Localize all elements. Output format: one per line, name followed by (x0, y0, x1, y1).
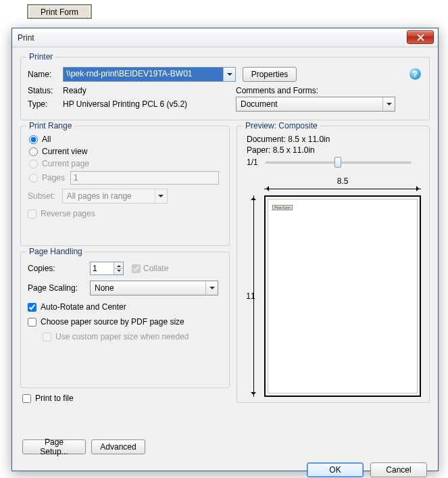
chevron-down-icon (205, 281, 218, 295)
printer-type-label: Type: (28, 99, 47, 109)
printer-status-label: Status: (28, 86, 53, 95)
radio-pages: Pages (29, 171, 222, 185)
comments-forms-select[interactable]: Document (236, 97, 395, 112)
print-form-button[interactable]: Print Form (27, 4, 92, 19)
radio-current-page-input (29, 160, 38, 168)
preview-canvas: 8.5 11 Print Form (244, 176, 421, 397)
print-range-title: Print Range (26, 121, 74, 130)
copies-stepper[interactable] (90, 262, 124, 275)
use-custom-input (43, 333, 51, 341)
subset-select: All pages in range (62, 189, 168, 204)
collate-label: Collate (143, 264, 168, 273)
radio-all-label: All (42, 135, 51, 144)
printer-properties-button[interactable]: Properties (243, 67, 297, 82)
printer-name-label: Name: (28, 70, 51, 79)
page-setup-button[interactable]: Page Setup... (22, 439, 86, 454)
radio-current-page-label: Current page (42, 159, 89, 168)
preview-title: Preview: Composite (243, 121, 320, 130)
printer-group-title: Printer (26, 52, 55, 62)
page-handling-title: Page Handling (26, 247, 85, 256)
preview-group: Preview: Composite Document: 8.5 x 11.0i… (237, 126, 430, 403)
radio-current-page: Current page (29, 159, 222, 168)
preview-doc-size: Document: 8.5 x 11.0in (247, 135, 422, 144)
choose-paper-checkbox[interactable]: Choose paper source by PDF page size (28, 317, 222, 327)
subset-row: Subset: All pages in range (28, 189, 222, 204)
radio-current-view-label: Current view (42, 147, 87, 156)
page-scaling-select[interactable]: None (90, 281, 218, 295)
page-scaling-value: None (91, 283, 205, 293)
radio-current-view[interactable]: Current view (29, 147, 222, 156)
chevron-down-icon (382, 97, 395, 111)
close-button[interactable] (407, 30, 434, 44)
preview-page: Print Form (264, 195, 421, 397)
chevron-down-icon (155, 189, 167, 203)
subset-value: All pages in range (63, 191, 155, 201)
close-icon (417, 34, 424, 41)
preview-slider[interactable] (265, 156, 412, 168)
copies-input[interactable] (91, 262, 114, 274)
help-icon[interactable]: ? (409, 68, 421, 80)
preview-height-dim: 11 (244, 195, 257, 397)
cancel-button[interactable]: Cancel (370, 462, 427, 477)
subset-label: Subset: (28, 191, 55, 201)
reverse-pages-checkbox: Reverse pages (28, 209, 222, 218)
radio-pages-label: Pages (42, 173, 65, 183)
auto-rotate-input[interactable] (28, 303, 36, 312)
dimension-arrow-v (253, 195, 254, 397)
titlebar: Print (12, 28, 438, 47)
spin-up-icon[interactable] (114, 262, 123, 269)
collate-input (132, 264, 141, 273)
advanced-button[interactable]: Advanced (91, 439, 145, 454)
print-to-file-checkbox[interactable]: Print to file (22, 393, 74, 403)
slider-thumb[interactable] (334, 157, 341, 168)
print-to-file-input[interactable] (22, 394, 31, 403)
dialog-title: Print (18, 33, 34, 43)
dialog-content: Printer Name: \\pek-rnd-print\BEIDEV19TA… (18, 51, 432, 465)
dimension-arrow-h (264, 189, 421, 189)
use-custom-label: Use custom paper size when needed (55, 332, 189, 341)
radio-all-input[interactable] (29, 135, 38, 144)
spin-down-icon[interactable] (114, 269, 123, 275)
copies-spin[interactable] (114, 262, 123, 274)
pages-input (70, 171, 219, 185)
printer-status-value: Ready (63, 86, 86, 95)
radio-all[interactable]: All (29, 135, 222, 144)
print-range-group: Print Range All Current view Current pag… (20, 126, 230, 246)
comments-forms-value: Document (237, 99, 382, 109)
auto-rotate-checkbox[interactable]: Auto-Rotate and Center (28, 302, 222, 312)
printer-name-select[interactable]: \\pek-rnd-print\BEIDEV19TA-BW01 (63, 67, 236, 82)
print-dialog: Print Printer Name: \\pek-rnd-print\BEID… (11, 28, 439, 471)
choose-paper-input[interactable] (28, 318, 36, 327)
use-custom-checkbox: Use custom paper size when needed (43, 332, 222, 341)
copies-label: Copies: (28, 264, 90, 273)
comments-forms-label: Comments and Forms: (236, 86, 318, 95)
auto-rotate-label: Auto-Rotate and Center (41, 302, 126, 312)
preview-paper-size: Paper: 8.5 x 11.0in (247, 145, 422, 155)
radio-current-view-input[interactable] (29, 147, 38, 156)
chevron-down-icon (223, 68, 235, 81)
page-handling-group: Page Handling Copies: Collate Page Scali… (20, 252, 230, 388)
collate-checkbox: Collate (132, 264, 168, 273)
printer-type-value: HP Universal Printing PCL 6 (v5.2) (63, 99, 187, 109)
reverse-pages-input (28, 210, 36, 218)
print-to-file-label: Print to file (35, 393, 74, 403)
choose-paper-label: Choose paper source by PDF page size (41, 317, 184, 327)
ok-button[interactable]: OK (307, 462, 364, 477)
printer-group: Printer Name: \\pek-rnd-print\BEIDEV19TA… (20, 57, 430, 120)
reverse-pages-label: Reverse pages (41, 209, 95, 218)
page-scaling-label: Page Scaling: (28, 283, 90, 293)
printer-name-value: \\pek-rnd-print\BEIDEV19TA-BW01 (64, 68, 223, 81)
preview-mini-button: Print Form (272, 205, 293, 210)
preview-page-indicator: 1/1 (247, 158, 258, 167)
preview-width-dim: 8.5 (264, 176, 421, 186)
radio-pages-input (29, 174, 38, 183)
